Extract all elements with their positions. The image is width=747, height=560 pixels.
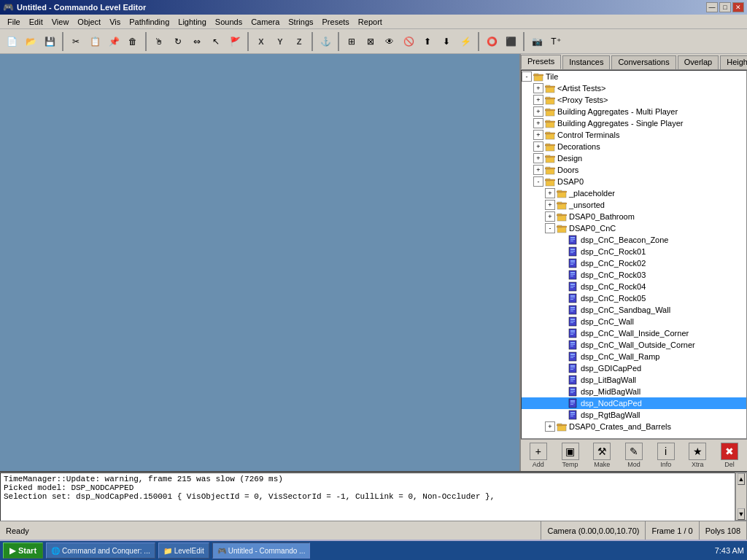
toolbar-text[interactable]: T⁺ [547, 33, 565, 50]
tree-expander[interactable]: + [533, 118, 543, 128]
start-button[interactable]: ▶ Start [3, 542, 43, 559]
tree-item[interactable]: +Building Aggregates - Single Player [522, 117, 746, 129]
tree-expander[interactable]: - [522, 71, 532, 82]
tree-item[interactable]: dsp_CnC_Wall_Ramp [522, 351, 746, 362]
menu-camera[interactable]: Camera [247, 16, 284, 28]
tree-item[interactable]: dsp_GDICapPed [522, 362, 746, 374]
tree-item[interactable]: dsp_CnC_Beacon_Zone [522, 234, 746, 246]
right-btn-info[interactable]: iInfo [651, 441, 681, 470]
toolbar-cut[interactable]: ✂ [67, 33, 85, 50]
taskbar-task[interactable]: 🎮 Untitled - Commando ... [212, 542, 311, 559]
toolbar-scale[interactable]: ⇔ [188, 33, 206, 50]
toolbar-anchor[interactable]: ⚓ [317, 33, 334, 50]
toolbar-open[interactable]: 📂 [22, 33, 39, 50]
toolbar-no-entry[interactable]: 🚫 [400, 33, 417, 50]
tree-item[interactable]: dsp_CnC_Sandbag_Wall [522, 304, 746, 316]
tree-item[interactable]: +<Proxy Tests> [522, 94, 746, 106]
scroll-up[interactable]: ▲ [738, 473, 746, 485]
toolbar-down[interactable]: ⬇ [438, 33, 455, 50]
tree-expander[interactable]: + [533, 153, 543, 163]
toolbar-y[interactable]: Y [271, 33, 289, 50]
tree-item[interactable]: dsp_CnC_Rock05 [522, 292, 746, 304]
tree-expander[interactable]: + [533, 83, 543, 93]
toolbar-flag[interactable]: 🚩 [226, 33, 244, 50]
tree-item[interactable]: +Decorations [522, 141, 746, 152]
right-btn-make[interactable]: ⚒Make [587, 441, 616, 470]
tree-expander[interactable]: + [545, 188, 555, 198]
menu-lighting[interactable]: Lighting [174, 16, 211, 28]
menu-strings[interactable]: Strings [284, 16, 317, 28]
tree-view[interactable]: -Tile+<Artist Tests>+<Proxy Tests>+Build… [521, 70, 747, 439]
maximize-button[interactable]: □ [719, 2, 731, 12]
menu-view[interactable]: View [47, 16, 74, 28]
tree-item[interactable]: dsp_CnC_Wall_Outside_Corner [522, 339, 746, 351]
tree-item[interactable]: +DSAP0_Crates_and_Barrels [522, 421, 746, 432]
tree-item[interactable]: +<Artist Tests> [522, 82, 746, 94]
toolbar-circle[interactable]: ⭕ [483, 33, 500, 50]
menu-sounds[interactable]: Sounds [211, 16, 247, 28]
tree-item[interactable]: -DSAP0 [522, 176, 746, 187]
menu-report[interactable]: Report [354, 16, 387, 28]
toolbar-paste[interactable]: 📌 [105, 33, 123, 50]
tree-item[interactable]: +Design [522, 152, 746, 164]
tab-overlap[interactable]: Overlap [678, 55, 719, 69]
menu-edit[interactable]: Edit [25, 16, 47, 28]
toolbar-save[interactable]: 💾 [41, 33, 58, 50]
tree-item[interactable]: +Control Terminals [522, 129, 746, 141]
tree-item[interactable]: +_unsorted [522, 199, 746, 211]
tree-item[interactable]: -Tile [522, 71, 746, 82]
right-btn-mod[interactable]: ✎Mod [619, 441, 649, 470]
tab-conversations[interactable]: Conversations [611, 55, 676, 69]
tree-item[interactable]: dsp_LitBagWall [522, 374, 746, 386]
toolbar-copy[interactable]: 📋 [86, 33, 104, 50]
viewport[interactable] [0, 54, 521, 471]
tree-item[interactable]: dsp_CnC_Rock04 [522, 281, 746, 292]
minimize-button[interactable]: — [706, 2, 718, 12]
right-btn-temp[interactable]: ▣Temp [556, 441, 585, 470]
tree-item[interactable]: dsp_NodCapPed [522, 397, 746, 409]
tree-expander[interactable]: + [533, 141, 543, 152]
scroll-down[interactable]: ▼ [738, 508, 746, 520]
tree-expander[interactable]: + [533, 130, 543, 140]
taskbar-task[interactable]: 🌐 Command and Conquer: ... [46, 542, 155, 559]
toolbar-up[interactable]: ⬆ [419, 33, 436, 50]
tree-item[interactable]: dsp_CnC_Wall_Inside_Corner [522, 327, 746, 339]
toolbar-grid-del[interactable]: ⊠ [362, 33, 379, 50]
tree-item[interactable]: +DSAP0_Bathroom [522, 211, 746, 222]
menu-object[interactable]: Object [73, 16, 105, 28]
tab-heightfield[interactable]: Heightfield [720, 55, 747, 69]
tree-item[interactable]: -DSAP0_CnC [522, 222, 746, 234]
toolbar-x[interactable]: X [252, 33, 270, 50]
toolbar-rotate[interactable]: ↻ [169, 33, 187, 50]
tree-item[interactable]: dsp_CnC_Rock03 [522, 269, 746, 281]
tree-expander[interactable]: + [533, 165, 543, 175]
tree-item[interactable]: dsp_CnC_Wall [522, 316, 746, 327]
close-button[interactable]: ✕ [732, 2, 744, 12]
toolbar-z[interactable]: Z [290, 33, 308, 50]
toolbar-select[interactable]: ↖ [207, 33, 225, 50]
log-area[interactable]: TimeManager::Update: warning, frame 215 … [0, 472, 735, 522]
toolbar-delete[interactable]: 🗑 [124, 33, 142, 50]
tree-expander[interactable]: - [545, 223, 555, 233]
right-btn-del[interactable]: ✖Del [715, 441, 744, 470]
toolbar-zigzag[interactable]: ⚡ [457, 33, 474, 50]
tree-expander[interactable]: + [545, 200, 555, 210]
toolbar-new[interactable]: 📄 [3, 33, 20, 50]
tree-expander[interactable]: + [533, 95, 543, 105]
tree-expander[interactable]: - [533, 176, 543, 187]
menu-vis[interactable]: Vis [105, 16, 125, 28]
right-btn-xtra[interactable]: ★Xtra [683, 441, 712, 470]
tree-item[interactable]: dsp_MidBagWall [522, 386, 746, 397]
tree-expander[interactable]: + [533, 106, 543, 117]
tree-item[interactable]: dsp_RgtBagWall [522, 409, 746, 421]
menu-pathfinding[interactable]: Pathfinding [125, 16, 174, 28]
tree-item[interactable]: +Doors [522, 164, 746, 176]
taskbar-task[interactable]: 📁 LevelEdit [158, 542, 209, 559]
tree-expander[interactable]: + [545, 211, 555, 222]
toolbar-grid-add[interactable]: ⊞ [343, 33, 360, 50]
tree-expander[interactable]: + [545, 421, 555, 432]
tab-instances[interactable]: Instances [562, 55, 610, 69]
toolbar-move[interactable]: 🖱 [150, 33, 168, 50]
tab-presets[interactable]: Presets [521, 55, 561, 69]
toolbar-obj[interactable]: 👁 [381, 33, 398, 50]
